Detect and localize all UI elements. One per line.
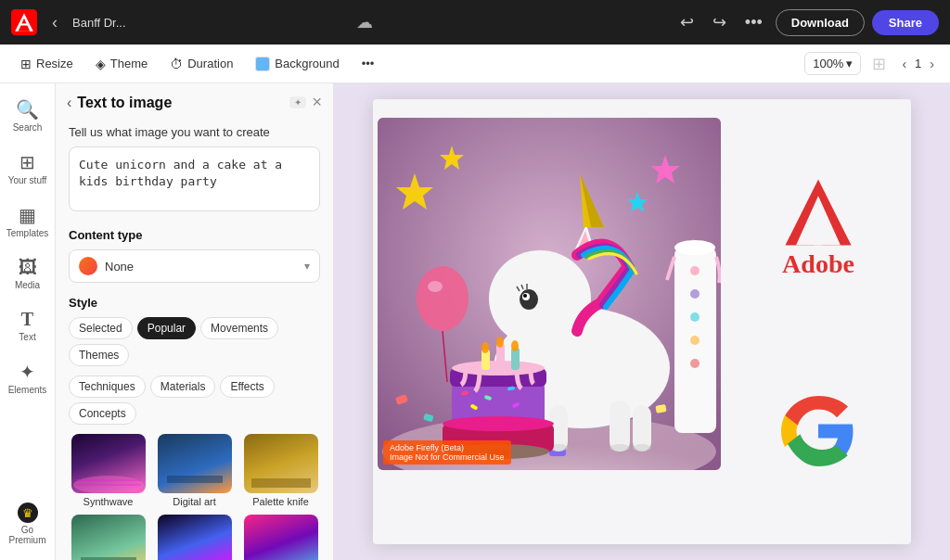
top-bar-actions: ↩ ↪ ••• Download Share — [674, 8, 939, 36]
redo-button[interactable]: ↪ — [707, 8, 732, 36]
svg-point-86 — [690, 336, 700, 345]
image-background — [378, 118, 721, 470]
style-card-synthwave[interactable]: Synthwave — [69, 434, 148, 507]
adobe-a-icon — [781, 175, 855, 249]
canvas-page: Adobe Firefly (Beta) Image Not for Comme… — [373, 99, 911, 544]
background-button[interactable]: Background — [246, 52, 348, 76]
content-type-title: Content type — [69, 228, 320, 242]
toolbar: ⊞ Resize ◈ Theme ⏱ Duration Background •… — [0, 45, 950, 83]
content-type-value: None — [105, 260, 297, 274]
svg-point-59 — [523, 294, 527, 298]
svg-point-85 — [690, 312, 700, 322]
image-credit: Adobe Firefly (Beta) Image Not for Comme… — [383, 440, 511, 465]
more-options-button[interactable]: ••• — [739, 9, 768, 36]
background-swatch — [255, 57, 270, 71]
canvas-image-container: Adobe Firefly (Beta) Image Not for Comme… — [373, 99, 725, 544]
content-type-avatar — [79, 257, 97, 275]
theme-icon: ◈ — [96, 57, 106, 71]
filter-concepts[interactable]: Concepts — [69, 402, 136, 425]
svg-point-51 — [633, 444, 651, 452]
scene-svg — [378, 118, 721, 470]
sidebar-item-text[interactable]: T Text — [0, 301, 55, 350]
content-type-dropdown[interactable]: None ▾ — [69, 249, 320, 283]
duration-button[interactable]: ⏱ Duration — [160, 52, 242, 76]
chevron-down-icon: ▾ — [846, 57, 853, 70]
svg-point-50 — [610, 444, 630, 452]
back-button[interactable]: ‹ — [46, 9, 63, 36]
filter-movements[interactable]: Movements — [200, 317, 278, 339]
style-card-digital-art[interactable]: Digital art — [155, 434, 234, 507]
svg-rect-11 — [167, 476, 223, 483]
style-filters-row2: Techniques Materials Effects Concepts — [69, 375, 320, 425]
svg-point-72 — [496, 337, 504, 348]
undo-button[interactable]: ↩ — [674, 8, 700, 36]
sidebar-item-media[interactable]: 🖼 Media — [0, 249, 55, 298]
document-title: Banff Dr... — [72, 16, 354, 30]
adobe-logo-element: Adobe — [781, 175, 855, 279]
grid-view-button[interactable]: ⊞ — [867, 50, 892, 78]
panel-title: Text to image — [77, 95, 284, 111]
canvas-area[interactable]: Adobe Firefly (Beta) Image Not for Comme… — [334, 83, 950, 560]
panel-body: Tell us what image you want to create Co… — [56, 121, 333, 560]
svg-rect-46 — [610, 401, 630, 452]
style-label-palette-knife: Palette knife — [252, 496, 309, 507]
prev-page-button[interactable]: ‹ — [897, 55, 911, 73]
next-page-button[interactable]: › — [925, 55, 939, 73]
theme-button[interactable]: ◈ Theme — [86, 52, 157, 76]
text-icon: T — [21, 309, 33, 330]
style-card-palette-knife[interactable]: Palette knife — [241, 434, 320, 507]
style-title: Style — [69, 296, 320, 310]
style-label-digital-art: Digital art — [173, 496, 215, 507]
cloud-sync-icon: ☁ — [356, 12, 373, 32]
filter-popular[interactable]: Popular — [137, 317, 196, 339]
canvas-logos: Adobe — [725, 99, 911, 544]
sidebar-item-templates[interactable]: ▦ Templates — [0, 197, 55, 246]
svg-point-57 — [520, 289, 538, 310]
filter-selected[interactable]: Selected — [69, 317, 133, 339]
prompt-input[interactable] — [69, 146, 320, 211]
prompt-label: Tell us what image you want to create — [69, 125, 320, 139]
grid-icon: ⊞ — [19, 151, 35, 173]
svg-point-71 — [481, 342, 489, 353]
svg-rect-3 — [20, 23, 28, 25]
sidebar-item-search[interactable]: 🔍 Search — [0, 91, 55, 140]
panel-close-button[interactable]: × — [312, 93, 322, 112]
filter-themes[interactable]: Themes — [69, 344, 129, 366]
google-logo-icon — [781, 394, 855, 468]
download-button[interactable]: Download — [776, 9, 865, 36]
beta-badge: ✦ — [289, 96, 306, 108]
style-card-layered-paper[interactable]: Layered paper — [69, 515, 148, 560]
sidebar-item-go-premium[interactable]: ♛ Go Premium — [0, 495, 55, 553]
sidebar-item-elements[interactable]: ✦ Elements — [0, 353, 55, 402]
style-card-neon[interactable]: Neon — [155, 515, 234, 560]
adobe-logo-icon — [11, 9, 37, 35]
svg-point-87 — [690, 359, 700, 368]
filter-effects[interactable]: Effects — [220, 375, 274, 398]
svg-point-73 — [511, 340, 519, 351]
left-sidebar: 🔍 Search ⊞ Your stuff ▦ Templates 🖼 Medi… — [0, 83, 56, 560]
svg-point-40 — [417, 266, 469, 331]
page-navigation: ‹ 1 › — [897, 55, 939, 73]
svg-rect-14 — [251, 478, 311, 488]
share-button[interactable]: Share — [872, 10, 939, 35]
resize-button[interactable]: ⊞ Resize — [11, 52, 83, 76]
more-toolbar-button[interactable]: ••• — [353, 52, 384, 75]
duration-icon: ⏱ — [170, 57, 183, 71]
resize-icon: ⊞ — [20, 57, 32, 71]
style-card-chaotic[interactable]: Chaotic — [241, 515, 320, 560]
sidebar-item-your-stuff[interactable]: ⊞ Your stuff — [0, 144, 55, 193]
panel-header: ‹ Text to image ✦ × — [56, 83, 333, 121]
filter-techniques[interactable]: Techniques — [69, 375, 146, 398]
panel-back-button[interactable]: ‹ — [67, 95, 71, 111]
filter-materials[interactable]: Materials — [150, 375, 216, 398]
canvas-inner: Adobe Firefly (Beta) Image Not for Comme… — [373, 99, 911, 544]
svg-point-83 — [690, 266, 700, 275]
svg-point-82 — [674, 240, 715, 255]
main-content: 🔍 Search ⊞ Your stuff ▦ Templates 🖼 Medi… — [0, 83, 950, 560]
content-type-chevron-icon: ▾ — [304, 260, 310, 273]
top-bar: ‹ Banff Dr... ☁ ↩ ↪ ••• Download Share — [0, 0, 950, 45]
premium-crown-icon: ♛ — [18, 503, 38, 523]
toolbar-right: 100% ▾ ⊞ ‹ 1 › — [804, 50, 939, 78]
zoom-selector[interactable]: 100% ▾ — [804, 52, 861, 75]
text-to-image-panel: ‹ Text to image ✦ × Tell us what image y… — [56, 83, 334, 560]
